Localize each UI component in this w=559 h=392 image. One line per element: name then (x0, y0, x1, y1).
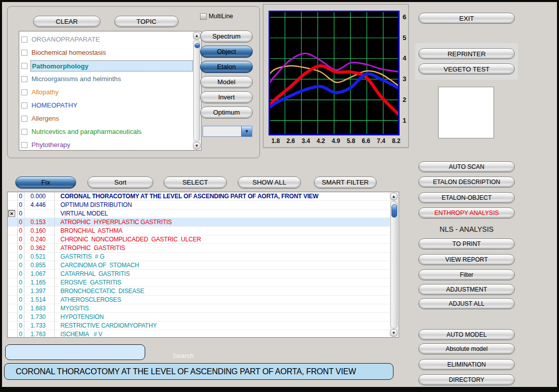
table-row[interactable]: ×0VIRTUAL MODEL (8, 209, 390, 218)
model-button[interactable]: Model (200, 76, 253, 88)
table-row[interactable]: 01.514ATHEROSCLEROSES (8, 296, 390, 304)
checkbox-icon[interactable] (21, 89, 27, 95)
row-checkbox-cell[interactable]: × (8, 209, 18, 218)
scrollbar-thumb[interactable] (391, 204, 397, 218)
category-item-microorganisms-and-helminths[interactable]: Microorganisms and helminths (19, 73, 193, 86)
scroll-up-icon[interactable]: ▲ (390, 193, 398, 200)
table-row[interactable]: 04.446OPTIMUM DISTRIBUTION (8, 201, 390, 209)
checkbox-icon[interactable] (21, 102, 27, 109)
etalon-object-button[interactable]: ETALON-OBJECT (418, 192, 515, 203)
object-button[interactable]: Object (200, 46, 253, 58)
topic-button[interactable]: TOPIC (114, 16, 179, 27)
scroll-down-icon[interactable]: ▼ (193, 142, 201, 150)
filter-button[interactable]: Filter (418, 269, 515, 280)
multiline-checkbox[interactable]: MultiLine (200, 13, 233, 20)
vegeto-test-button[interactable]: VEGETO TEST (418, 63, 515, 75)
row-checkbox-cell[interactable] (8, 330, 18, 337)
table-scrollbar[interactable]: ▲ ▼ (390, 193, 398, 337)
select-button[interactable]: SELECT (163, 176, 227, 189)
optimum-button[interactable]: Optimum (200, 106, 253, 119)
row-checkbox-cell[interactable] (8, 322, 18, 330)
category-item-allergens[interactable]: Allergens (19, 112, 193, 125)
etalon-dropdown[interactable]: ▼ (203, 126, 252, 137)
row-checkbox-cell[interactable] (8, 278, 18, 287)
auto-model-button[interactable]: AUTO MODEL (418, 329, 515, 340)
etalon-button[interactable]: Etalon (200, 61, 253, 73)
table-row[interactable]: 01.683MYOSITIS (8, 304, 390, 313)
table-row[interactable]: 00.240CHRONIC NONCOMPLICADED GASTRIC ULC… (8, 235, 390, 244)
checkbox-icon[interactable] (21, 142, 27, 148)
row-checkbox-cell[interactable] (8, 201, 18, 209)
y-axis-label: 2 (403, 96, 410, 103)
category-label: Allopathy (30, 88, 59, 96)
enthropy-analysis-button[interactable]: ENTHROPY ANALYSIS (418, 207, 515, 219)
row-checkbox-cell[interactable] (8, 313, 18, 321)
view-report-button[interactable]: VIEW REPORT (418, 254, 515, 265)
category-item-nutricevtics-and-parapharmaceuticals[interactable]: Nutricevtics and parapharmaceuticals (19, 125, 193, 138)
row-checkbox-cell[interactable] (8, 235, 18, 243)
directory-button[interactable]: DIRECTORY (418, 374, 515, 385)
table-row[interactable]: 00.153ATROPHIC HYPERPLASTIC GASTRITIS (8, 218, 390, 227)
category-item-organopraparate[interactable]: ORGANOPRAPARATE (19, 33, 193, 46)
row-checkbox-cell[interactable] (8, 296, 18, 304)
sort-button[interactable]: Sort (87, 176, 153, 189)
table-row[interactable]: 00.521GASTRITIS # G (8, 253, 390, 261)
row-checkbox-cell[interactable] (8, 270, 18, 278)
checkbox-icon[interactable] (21, 63, 27, 69)
table-row[interactable]: 01.730HYPOTENSION (8, 313, 390, 322)
reprinter-button[interactable]: REPRINTER (418, 48, 515, 59)
spectrum-button[interactable]: Spectrum (200, 30, 253, 43)
table-row[interactable]: 00.000CORONAL THORACOTOMY AT THE LEVEL O… (8, 192, 390, 201)
row-checkbox-cell[interactable] (8, 227, 18, 235)
row-checkbox-cell[interactable] (8, 192, 18, 200)
checkbox-icon[interactable] (21, 50, 27, 56)
table-row[interactable]: 00.160BRONCHIAL ASTHMA (8, 227, 390, 235)
checkbox-icon[interactable] (21, 129, 27, 135)
table-row[interactable]: 01.733RESTRICTIVE CARDIOMYOPATHY (8, 322, 390, 330)
category-list-scrollbar[interactable]: ▲ ▼ (193, 32, 201, 150)
row-checkbox-cell[interactable] (8, 218, 18, 226)
table-row[interactable]: 01.397BRONCHOECTATIC DISEASE (8, 287, 390, 296)
scrollbar-track[interactable] (193, 40, 200, 141)
show-all-button[interactable]: SHOW ALL (238, 176, 301, 189)
checkbox-icon[interactable] (21, 37, 27, 43)
row-checkbox-cell[interactable] (8, 244, 18, 252)
adjust-all-button[interactable]: ADJUST ALL (418, 298, 515, 309)
row-checkbox-cell[interactable] (8, 253, 18, 261)
category-item-biochemical-homeostasis[interactable]: Biochemical homeostasis (19, 46, 193, 59)
category-item-phytotherapy[interactable]: Phytotherapy (19, 138, 193, 150)
virtual-model-x-button[interactable]: × (8, 210, 15, 217)
category-item-homeopathy[interactable]: HOMEOPATHY (19, 99, 193, 112)
table-row[interactable]: 01.763ISCHEMIA # V (8, 330, 390, 337)
scroll-down-icon[interactable]: ▼ (390, 329, 398, 337)
scroll-up-icon[interactable]: ▲ (193, 32, 201, 40)
checkbox-icon[interactable] (21, 76, 27, 82)
clear-button[interactable]: CLEAR (33, 16, 101, 27)
checkbox-icon[interactable] (200, 13, 207, 20)
category-item-pathomorphology[interactable]: Pathomorphology (19, 59, 193, 73)
chevron-down-icon[interactable]: ▼ (241, 126, 252, 136)
checkbox-icon[interactable] (21, 116, 27, 122)
table-row[interactable]: 01.165EROSIVE GASTRITIS (8, 278, 390, 287)
table-row[interactable]: 01.067CATARRHAL GASTRITIS (8, 270, 390, 278)
table-row[interactable]: 00.362ATROPHIC GASTRITIS (8, 244, 390, 253)
row-checkbox-cell[interactable] (8, 287, 18, 295)
category-item-allopathy[interactable]: Allopathy (19, 86, 193, 99)
invert-button[interactable]: Invert (200, 91, 253, 103)
smart-filter-button[interactable]: SMART FILTER (314, 176, 377, 189)
table-row[interactable]: 00.855CARCINOMA OF STOMACH (8, 261, 390, 270)
row-value: 1.733 (24, 322, 55, 330)
scrollbar-thumb[interactable] (194, 43, 200, 48)
row-checkbox-cell[interactable] (8, 304, 18, 312)
to-print-button[interactable]: TO PRINT (418, 238, 515, 250)
elimination-button[interactable]: ELIMINATION (418, 359, 515, 370)
scrollbar-track[interactable] (390, 201, 398, 329)
etalon-description-button[interactable]: ETALON DESCRIPTION (418, 176, 515, 188)
exit-button[interactable]: EXIT (418, 13, 515, 24)
row-checkbox-cell[interactable] (8, 261, 18, 269)
search-input[interactable] (5, 344, 145, 360)
auto-scan-button[interactable]: AUTO SCAN (418, 161, 515, 172)
absolute-model-button[interactable]: Absolute model (418, 343, 515, 354)
adjustment-button[interactable]: ADJUSTMENT (418, 284, 515, 295)
fix-button[interactable]: Fix (15, 176, 76, 189)
